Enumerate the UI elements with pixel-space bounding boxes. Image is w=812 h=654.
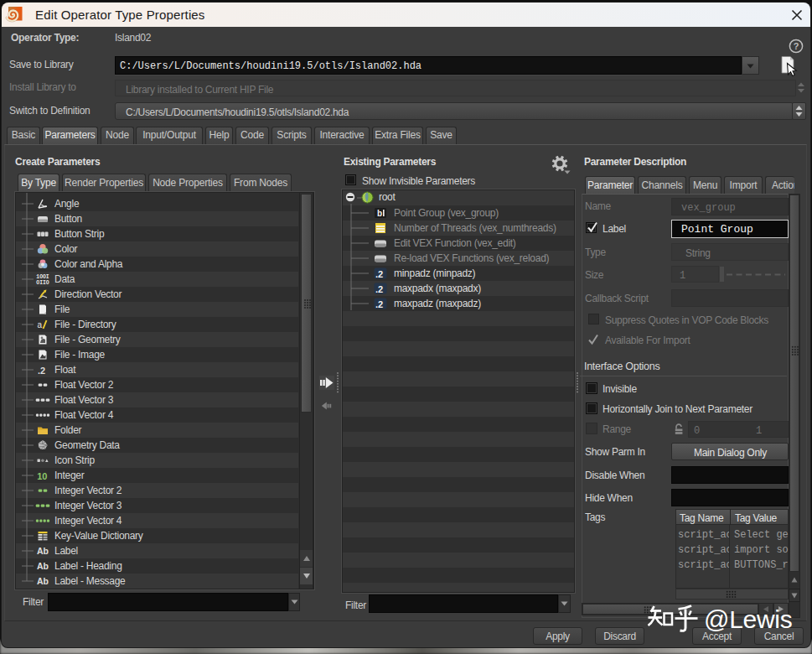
svg-text:Ab: Ab <box>37 576 49 586</box>
svg-text:Ab: Ab <box>37 561 49 571</box>
svg-text:OIIO: OIIO <box>36 280 49 286</box>
svg-text:?: ? <box>794 41 799 51</box>
svg-text:b: b <box>377 209 382 218</box>
svg-text:.2: .2 <box>375 284 383 294</box>
svg-text:a: a <box>38 320 43 330</box>
svg-text:.2: .2 <box>375 299 383 309</box>
svg-text:Ab: Ab <box>37 546 49 556</box>
svg-text:.2: .2 <box>38 366 45 376</box>
svg-text:.2: .2 <box>375 269 383 279</box>
svg-text:10: 10 <box>37 471 47 481</box>
